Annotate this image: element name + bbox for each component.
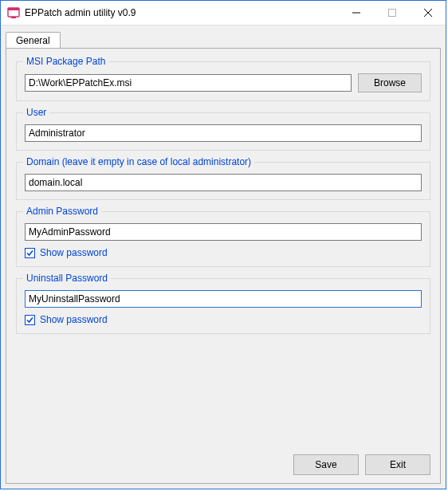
group-legend-admin-password: Admin Password [23,206,101,217]
svg-rect-4 [388,10,395,17]
tabstrip: General [1,26,446,48]
group-admin-password: Admin Password Show password [16,211,430,267]
uninstall-show-password-checkbox[interactable] [25,315,35,325]
domain-input[interactable] [25,174,422,191]
tab-general[interactable]: General [6,32,61,49]
minimize-button[interactable] [338,1,374,25]
group-domain: Domain (leave it empty in case of local … [16,162,430,200]
uninstall-password-input[interactable] [25,290,422,308]
tab-body-general: MSI Package Path Browse User Domain (lea… [6,48,441,484]
titlebar: EPPatch admin utility v0.9 [1,1,446,26]
admin-show-password-label: Show password [40,247,108,258]
group-uninstall-password: Uninstall Password Show password [16,278,430,334]
admin-show-password-checkbox[interactable] [25,248,35,258]
uninstall-show-password-label: Show password [40,314,108,325]
group-legend-msi: MSI Package Path [23,56,108,67]
group-msi-package-path: MSI Package Path Browse [16,61,430,101]
browse-button[interactable]: Browse [358,73,422,92]
svg-rect-1 [8,8,19,10]
app-window: EPPatch admin utility v0.9 General MSI P… [0,0,446,489]
group-legend-uninstall-password: Uninstall Password [23,273,111,284]
msi-path-input[interactable] [25,74,352,92]
user-input[interactable] [25,124,422,142]
group-user: User [16,112,430,151]
close-button[interactable] [410,1,446,25]
exit-button[interactable]: Exit [365,454,430,475]
group-legend-user: User [23,107,49,118]
group-legend-domain: Domain (leave it empty in case of local … [23,156,254,167]
footer-buttons: Save Exit [293,454,430,475]
app-icon [7,6,20,19]
maximize-button [374,1,410,25]
admin-password-input[interactable] [25,223,422,241]
svg-rect-2 [11,17,16,18]
window-title: EPPatch admin utility v0.9 [25,7,136,18]
save-button[interactable]: Save [293,454,359,475]
